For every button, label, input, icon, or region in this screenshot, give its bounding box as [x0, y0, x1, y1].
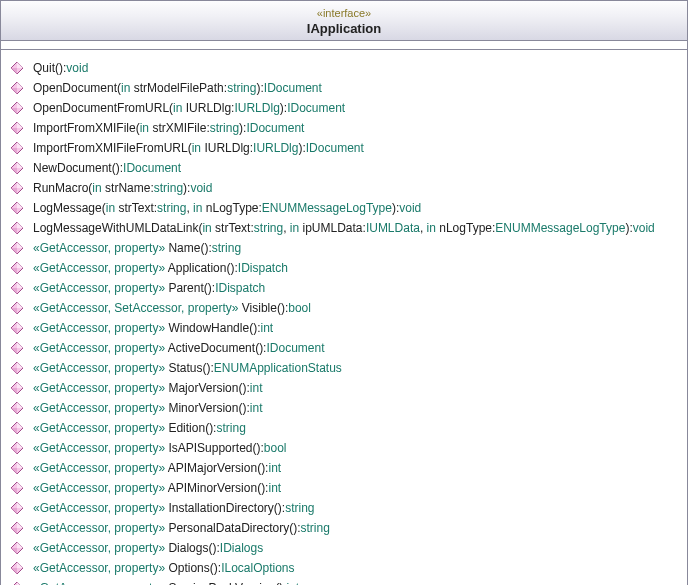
operation-signature: «GetAccessor, property» Dialogs():IDialo…	[33, 540, 263, 556]
compartment-separator	[1, 41, 687, 50]
operation-signature: «GetAccessor, property» MinorVersion():i…	[33, 400, 262, 416]
operation-name: APIMajorVersion	[168, 461, 257, 475]
operation-signature: «GetAccessor, property» Application():ID…	[33, 260, 288, 276]
operation-icon	[7, 281, 27, 295]
operation-name: Edition	[168, 421, 205, 435]
uml-class-box: «interface» IApplication Quit():voidOpen…	[0, 0, 688, 585]
operation-icon	[7, 581, 27, 585]
operation-row: NewDocument():IDocument	[7, 158, 681, 178]
operation-row: «GetAccessor, property» PersonalDataDire…	[7, 518, 681, 538]
param-type: string	[254, 221, 283, 235]
param-name: IURLDlg	[186, 101, 231, 115]
return-type: ENUMApplicationStatus	[214, 361, 342, 375]
operation-name: OpenDocument	[33, 81, 117, 95]
param-name: strModelFilePath	[134, 81, 224, 95]
operation-icon	[7, 341, 27, 355]
operation-row: «GetAccessor, property» WindowHandle():i…	[7, 318, 681, 338]
operation-icon	[7, 261, 27, 275]
return-type: string	[216, 421, 245, 435]
param-name: IURLDlg	[204, 141, 249, 155]
operation-icon	[7, 501, 27, 515]
operation-icon	[7, 181, 27, 195]
return-type: void	[66, 61, 88, 75]
operation-name: ServicePackVersion	[168, 581, 275, 585]
operation-signature: RunMacro(in strName:string):void	[33, 180, 212, 196]
operation-name: Parent	[168, 281, 203, 295]
return-type: string	[285, 501, 314, 515]
operation-stereotype: «GetAccessor, SetAccessor, property»	[33, 301, 238, 315]
operation-signature: «GetAccessor, property» Status():ENUMApp…	[33, 360, 342, 376]
operation-stereotype: «GetAccessor, property»	[33, 361, 165, 375]
operation-stereotype: «GetAccessor, property»	[33, 281, 165, 295]
operation-signature: «GetAccessor, property» WindowHandle():i…	[33, 320, 273, 336]
operation-stereotype: «GetAccessor, property»	[33, 341, 165, 355]
operation-signature: OpenDocumentFromURL(in IURLDlg:IURLDlg):…	[33, 100, 345, 116]
param-direction: in	[192, 141, 201, 155]
operation-icon	[7, 101, 27, 115]
return-type: int	[268, 481, 281, 495]
param-direction: in	[290, 221, 299, 235]
operation-row: «GetAccessor, property» Name():string	[7, 238, 681, 258]
operation-stereotype: «GetAccessor, property»	[33, 481, 165, 495]
return-type: void	[190, 181, 212, 195]
return-type: IDialogs	[220, 541, 263, 555]
operation-signature: «GetAccessor, property» ActiveDocument()…	[33, 340, 325, 356]
operation-icon	[7, 401, 27, 415]
param-direction: in	[193, 201, 202, 215]
param-type: IUMLData	[366, 221, 420, 235]
operation-name: MajorVersion	[168, 381, 238, 395]
operation-signature: «GetAccessor, property» ServicePackVersi…	[33, 580, 299, 585]
operation-signature: OpenDocument(in strModelFilePath:string)…	[33, 80, 322, 96]
uml-class-header: «interface» IApplication	[1, 1, 687, 41]
return-type: int	[268, 461, 281, 475]
operations-compartment: Quit():voidOpenDocument(in strModelFileP…	[1, 50, 687, 585]
operation-name: LogMessage	[33, 201, 102, 215]
return-type: int	[250, 381, 263, 395]
operation-signature: «GetAccessor, SetAccessor, property» Vis…	[33, 300, 311, 316]
operation-name: OpenDocumentFromURL	[33, 101, 169, 115]
param-name: strText	[215, 221, 250, 235]
svg-marker-68	[11, 508, 17, 514]
operation-name: IsAPISupported	[168, 441, 252, 455]
operation-signature: «GetAccessor, property» PersonalDataDire…	[33, 520, 330, 536]
operation-icon	[7, 361, 27, 375]
return-type: IDispatch	[238, 261, 288, 275]
operation-signature: «GetAccessor, property» InstallationDire…	[33, 500, 314, 516]
operation-icon	[7, 481, 27, 495]
operation-signature: «GetAccessor, property» Edition():string	[33, 420, 246, 436]
operation-name: Visible	[242, 301, 277, 315]
param-type: string	[210, 121, 239, 135]
param-name: strXMIFile	[152, 121, 206, 135]
operation-row: OpenDocumentFromURL(in IURLDlg:IURLDlg):…	[7, 98, 681, 118]
operation-stereotype: «GetAccessor, property»	[33, 521, 165, 535]
operation-stereotype: «GetAccessor, property»	[33, 421, 165, 435]
return-type: IDocument	[246, 121, 304, 135]
operation-stereotype: «GetAccessor, property»	[33, 261, 165, 275]
return-type: void	[399, 201, 421, 215]
operation-signature: ImportFromXMIFile(in strXMIFile:string):…	[33, 120, 304, 136]
operation-icon	[7, 541, 27, 555]
operation-icon	[7, 241, 27, 255]
param-type: IURLDlg	[234, 101, 279, 115]
operation-row: «GetAccessor, property» Options():ILocal…	[7, 558, 681, 578]
operation-stereotype: «GetAccessor, property»	[33, 581, 165, 585]
operation-stereotype: «GetAccessor, property»	[33, 321, 165, 335]
operation-row: «GetAccessor, property» MajorVersion():i…	[7, 378, 681, 398]
operation-row: ImportFromXMIFile(in strXMIFile:string):…	[7, 118, 681, 138]
operation-row: «GetAccessor, SetAccessor, property» Vis…	[7, 298, 681, 318]
param-type: string	[157, 201, 186, 215]
operation-name: ImportFromXMIFileFromURL	[33, 141, 188, 155]
operation-name: Status	[168, 361, 202, 375]
operation-stereotype: «GetAccessor, property»	[33, 441, 165, 455]
param-direction: in	[106, 201, 115, 215]
operation-stereotype: «GetAccessor, property»	[33, 381, 165, 395]
operation-row: RunMacro(in strName:string):void	[7, 178, 681, 198]
param-direction: in	[202, 221, 211, 235]
operation-icon	[7, 161, 27, 175]
param-name: strName	[105, 181, 150, 195]
operation-row: «GetAccessor, property» IsAPISupported()…	[7, 438, 681, 458]
operation-icon	[7, 521, 27, 535]
operation-signature: «GetAccessor, property» APIMinorVersion(…	[33, 480, 281, 496]
operation-signature: «GetAccessor, property» MajorVersion():i…	[33, 380, 262, 396]
operation-icon	[7, 121, 27, 135]
